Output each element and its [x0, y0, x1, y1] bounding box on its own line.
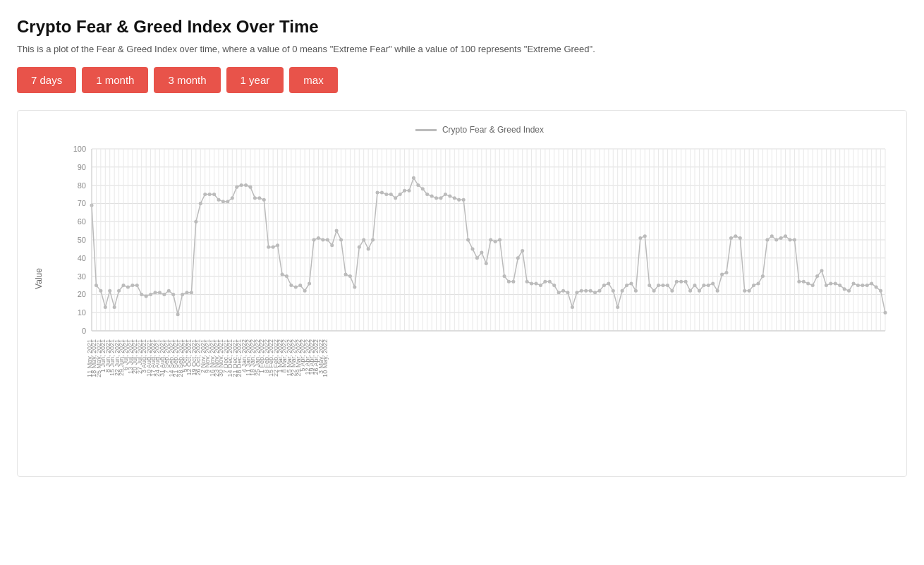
svg-point-286 [249, 186, 253, 189]
svg-point-326 [430, 195, 434, 198]
svg-point-347 [525, 280, 529, 284]
svg-point-415 [834, 281, 837, 285]
svg-point-373 [643, 234, 647, 238]
svg-point-252 [95, 284, 98, 287]
svg-point-404 [784, 234, 787, 238]
chart-legend: Crypto Fear & Greed Index [60, 125, 899, 135]
svg-point-257 [117, 289, 121, 293]
svg-text:70: 70 [78, 199, 86, 207]
svg-point-306 [339, 238, 343, 242]
svg-point-368 [621, 289, 624, 293]
svg-point-387 [707, 284, 710, 287]
svg-point-300 [312, 238, 316, 242]
svg-point-269 [171, 293, 175, 296]
svg-point-302 [321, 238, 324, 242]
svg-text:100: 100 [73, 145, 86, 153]
svg-point-296 [294, 286, 298, 289]
svg-point-379 [670, 289, 674, 293]
svg-point-303 [326, 238, 329, 242]
svg-point-355 [561, 289, 565, 293]
svg-text:60: 60 [78, 217, 86, 226]
svg-point-267 [162, 293, 166, 296]
svg-point-394 [738, 236, 742, 240]
svg-point-331 [453, 196, 456, 200]
svg-point-342 [503, 274, 506, 278]
svg-text:10 May, 2022: 10 May, 2022 [322, 339, 329, 377]
svg-point-359 [580, 289, 583, 293]
svg-point-307 [344, 273, 348, 277]
svg-point-345 [516, 256, 520, 260]
btn-max[interactable]: max [289, 67, 337, 93]
svg-point-281 [226, 200, 229, 203]
chart-container: Crypto Fear & Greed Index Value 01020304… [17, 110, 907, 477]
btn-3month[interactable]: 3 month [154, 67, 220, 93]
chart-svg: 010203040506070809010011 May, 202118 May… [60, 142, 899, 415]
svg-point-333 [462, 198, 466, 202]
svg-point-259 [126, 286, 130, 289]
svg-point-282 [231, 196, 234, 200]
svg-point-272 [186, 291, 189, 294]
svg-point-369 [625, 284, 628, 287]
svg-point-299 [308, 281, 311, 285]
btn-1year[interactable]: 1 year [226, 67, 284, 93]
svg-point-346 [521, 249, 524, 253]
svg-point-293 [281, 273, 284, 277]
svg-point-336 [475, 256, 479, 260]
svg-point-266 [158, 291, 162, 294]
svg-point-278 [212, 193, 216, 196]
svg-point-383 [688, 289, 692, 293]
svg-point-321 [408, 189, 411, 193]
svg-point-339 [489, 238, 492, 242]
svg-point-312 [367, 247, 370, 250]
svg-point-357 [571, 305, 574, 309]
svg-point-325 [425, 193, 429, 196]
svg-point-308 [348, 274, 352, 278]
svg-point-323 [416, 183, 420, 187]
svg-point-414 [829, 281, 832, 285]
svg-point-273 [190, 291, 193, 294]
svg-point-399 [761, 274, 765, 278]
svg-point-401 [770, 234, 774, 238]
svg-point-329 [444, 193, 447, 196]
svg-point-360 [584, 289, 588, 293]
svg-point-363 [598, 289, 602, 293]
svg-point-372 [638, 236, 642, 240]
svg-point-313 [371, 238, 375, 242]
svg-point-338 [485, 262, 488, 265]
svg-point-253 [99, 289, 102, 293]
svg-point-335 [471, 247, 475, 250]
svg-point-283 [235, 186, 238, 189]
svg-point-385 [698, 289, 701, 293]
svg-point-356 [566, 291, 570, 294]
legend-line-icon [415, 129, 437, 131]
time-filter-group: 7 days 1 month 3 month 1 year max [17, 67, 907, 93]
svg-point-256 [113, 305, 116, 309]
svg-text:40: 40 [78, 254, 86, 262]
svg-point-322 [412, 176, 415, 180]
svg-point-318 [394, 196, 397, 200]
btn-1month[interactable]: 1 month [82, 67, 148, 93]
svg-point-263 [145, 294, 148, 298]
svg-point-274 [194, 220, 197, 224]
svg-point-400 [765, 238, 769, 242]
svg-point-367 [616, 305, 619, 309]
svg-text:80: 80 [78, 181, 86, 190]
svg-point-398 [757, 281, 760, 285]
svg-point-255 [108, 289, 111, 293]
svg-point-381 [679, 280, 683, 284]
svg-point-382 [684, 280, 688, 284]
svg-text:30: 30 [78, 272, 86, 281]
svg-point-370 [630, 281, 633, 285]
svg-point-348 [530, 281, 533, 285]
svg-point-328 [439, 196, 443, 200]
svg-point-324 [421, 187, 425, 190]
svg-point-268 [167, 289, 171, 293]
btn-7days[interactable]: 7 days [17, 67, 76, 93]
svg-point-258 [122, 284, 126, 287]
svg-point-409 [806, 281, 810, 285]
svg-point-402 [774, 238, 778, 242]
svg-point-390 [720, 273, 724, 277]
svg-point-295 [289, 284, 293, 287]
svg-point-314 [376, 190, 379, 194]
svg-point-319 [399, 193, 402, 196]
